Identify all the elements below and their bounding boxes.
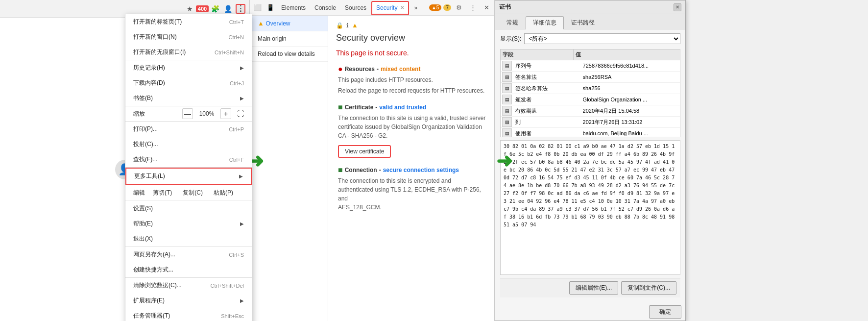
resources-link[interactable]: mixed content xyxy=(381,66,420,73)
cert-row-field-value: 2020年4月2日 15:04:58 xyxy=(581,106,680,116)
section-certificate: ■ Certificate - valid and trusted The co… xyxy=(336,103,486,158)
cert-row-field-name: 颁发者 xyxy=(513,95,581,104)
menu-help[interactable]: 帮助(E) ▶ xyxy=(125,216,252,231)
menu-find-label: 查找(F)... xyxy=(133,155,157,164)
tab-sources[interactable]: Sources xyxy=(341,1,370,15)
cert-titlebar: 证书 ✕ xyxy=(495,0,685,14)
tab-console-label: Console xyxy=(314,4,336,11)
zoom-plus-btn[interactable]: + xyxy=(220,108,231,119)
cert-tab-path[interactable]: 证书路径 xyxy=(564,16,602,29)
conn-label: Connection xyxy=(345,167,377,173)
menu-downloads-label: 下载内容(D) xyxy=(133,79,165,87)
menu-save-as[interactable]: 网页另存为(A)... Ctrl+S xyxy=(125,247,252,262)
conn-link[interactable]: secure connection settings xyxy=(383,167,459,173)
devtools-settings-icon[interactable]: ⚙ xyxy=(453,2,465,14)
confirm-button[interactable]: 确定 xyxy=(649,305,681,319)
menu-more-tools[interactable]: 更多工具(L) ▶ xyxy=(125,168,252,185)
menu-bookmarks[interactable]: 书签(B) ▶ xyxy=(125,91,252,106)
overview-icons: 🔒 ℹ ▲ xyxy=(336,22,486,29)
tab-more[interactable]: » xyxy=(410,1,421,15)
cert-row-field-value: 2021年7月26日 13:31:02 xyxy=(581,118,680,127)
menu-settings[interactable]: 设置(S) xyxy=(125,201,252,216)
menu-downloads[interactable]: 下载内容(D) Ctrl+J xyxy=(125,75,252,91)
cert-link[interactable]: valid and trusted xyxy=(379,104,426,111)
copy-btn[interactable]: 复制(C) xyxy=(178,187,208,198)
cert-close-button[interactable]: ✕ xyxy=(674,3,681,11)
devtools-main: 🔒 ℹ ▲ Security overview This page is not… xyxy=(328,16,494,321)
cert-row-field-value: 725878366e9f56e81d418... xyxy=(581,62,680,70)
tab-security-close[interactable]: ✕ xyxy=(400,5,404,10)
devtools-inspect-icon[interactable]: ⬜ xyxy=(252,2,264,14)
cert-col-value: 值 xyxy=(574,49,680,60)
view-certificate-button[interactable]: View certificate xyxy=(338,145,391,158)
sidebar-overview-icon: ▲ xyxy=(258,20,265,27)
cert-bottom-row: 确定 xyxy=(495,301,685,321)
star-icon[interactable]: ★ xyxy=(185,4,194,14)
menu-exit[interactable]: 退出(X) xyxy=(125,231,252,247)
menu-new-tab-shortcut: Ctrl+T xyxy=(229,19,244,25)
devtools-device-icon[interactable]: 📱 xyxy=(265,2,276,14)
edit-label: 编辑 xyxy=(133,189,145,197)
not-secure-text: This page is not secure. xyxy=(336,49,486,57)
cert-table-row[interactable]: ▤颁发者GlobalSign Organization ... xyxy=(501,94,680,105)
sidebar-item-reload[interactable]: Reload to view details xyxy=(250,47,328,62)
zoom-minus-btn[interactable]: — xyxy=(182,108,193,119)
resources-dash: - xyxy=(377,66,379,73)
extension-icon[interactable]: 🧩 xyxy=(210,4,220,14)
menu-incognito[interactable]: 打开新的无痕窗口(I) Ctrl+Shift+N xyxy=(125,45,252,60)
tab-security[interactable]: Security ✕ xyxy=(371,1,409,15)
devtools-more-icon[interactable]: ⋮ xyxy=(467,2,479,14)
devtools-close-icon[interactable]: ✕ xyxy=(481,2,492,14)
menu-create-shortcut[interactable]: 创建快捷方式... xyxy=(125,262,252,277)
menu-find[interactable]: 查找(F)... Ctrl+F xyxy=(125,152,252,167)
zoom-label: 缩放 xyxy=(133,110,178,118)
cert-tab-general[interactable]: 常规 xyxy=(499,16,526,29)
cert-row-icon: ▤ xyxy=(502,61,512,71)
cert-table-row[interactable]: ▤有效期从2020年4月2日 15:04:58 xyxy=(501,105,680,117)
menu-print[interactable]: 打印(P)... Ctrl+P xyxy=(125,122,252,137)
sidebar-reload-label: Reload to view details xyxy=(258,50,315,57)
cert-show-label: 显示(S): xyxy=(500,35,521,43)
cert-table-row[interactable]: ▤到2021年7月26日 13:31:02 xyxy=(501,117,680,128)
account-icon[interactable]: 👤 xyxy=(223,4,233,14)
menu-incognito-label: 打开新的无痕窗口(I) xyxy=(133,48,186,56)
copy-to-file-button[interactable]: 复制到文件(C)... xyxy=(621,281,676,295)
menu-history[interactable]: 历史记录(H) ▶ xyxy=(125,60,252,75)
cert-table-row[interactable]: ▤使用者baidu.com, Beijing Baidu ... xyxy=(501,128,680,137)
cert-row-icon: ▤ xyxy=(502,128,512,137)
cert-show-select[interactable]: <所有> xyxy=(524,33,680,44)
sidebar-item-main-origin[interactable]: Main origin xyxy=(250,31,328,47)
menu-new-tab[interactable]: 打开新的标签页(T) Ctrl+T xyxy=(125,14,252,29)
sidebar-main-origin-label: Main origin xyxy=(258,35,287,42)
menu-history-label: 历史记录(H) xyxy=(133,64,165,72)
section-resources: ● Resources - mixed content This page in… xyxy=(336,65,486,95)
cert-row-field-value: GlobalSign Organization ... xyxy=(581,96,680,103)
menu-extensions[interactable]: 扩展程序(E) ▶ xyxy=(125,293,252,308)
cert-show-row: 显示(S): <所有> xyxy=(500,33,680,44)
cert-tab-details[interactable]: 详细信息 xyxy=(526,16,564,29)
cert-table-row[interactable]: ▤序列号725878366e9f56e81d418... xyxy=(501,60,680,72)
devtools-body: ▲ Overview Main origin Reload to view de… xyxy=(250,16,494,321)
more-menu-icon[interactable]: ⋮ xyxy=(236,4,245,14)
tab-console[interactable]: Console xyxy=(311,1,340,15)
tab-elements[interactable]: Elements xyxy=(277,1,310,15)
menu-task-manager[interactable]: 任务管理器(T) Shift+Esc xyxy=(125,308,252,321)
cert-row-icon: ▤ xyxy=(502,117,512,127)
zoom-fullscreen-btn[interactable]: ⛶ xyxy=(237,110,244,118)
menu-clear-data[interactable]: 清除浏览数据(C)... Ctrl+Shift+Del xyxy=(125,278,252,293)
cert-row-icon: ▤ xyxy=(502,95,512,104)
cert-row-field-value: sha256 xyxy=(581,84,680,92)
cut-btn[interactable]: 剪切(T) xyxy=(148,187,177,198)
menu-cast-label: 投射(C)... xyxy=(133,140,158,148)
error-icon[interactable]: 400 xyxy=(197,4,207,14)
cert-table-row[interactable]: ▤签名哈希算法sha256 xyxy=(501,83,680,94)
menu-cast[interactable]: 投射(C)... xyxy=(125,137,252,152)
edit-properties-button[interactable]: 编辑属性(E)... xyxy=(569,281,618,295)
menu-bookmarks-arrow: ▶ xyxy=(240,96,244,101)
menu-new-window[interactable]: 打开新的窗口(N) Ctrl+N xyxy=(125,29,252,45)
menu-print-shortcut: Ctrl+P xyxy=(229,126,244,132)
resources-label: Resources xyxy=(345,66,375,73)
paste-btn[interactable]: 粘贴(P) xyxy=(209,187,238,198)
cert-table-row[interactable]: ▤签名算法sha256RSA xyxy=(501,72,680,83)
sidebar-item-overview[interactable]: ▲ Overview xyxy=(250,16,328,31)
